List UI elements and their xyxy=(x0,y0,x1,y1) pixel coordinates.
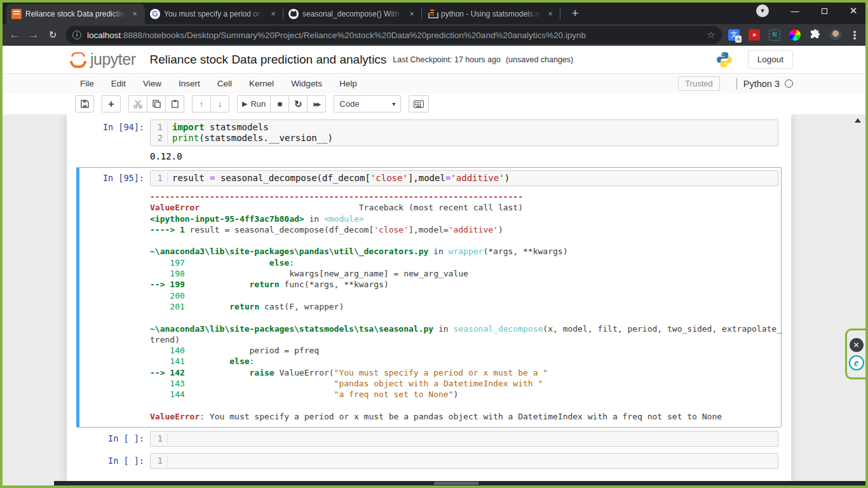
bookmark-star-icon[interactable]: ☆ xyxy=(707,29,715,41)
jupyter-page: jupyter Reliance stock Data prediction a… xyxy=(3,46,865,485)
input-prompt: In [95]: xyxy=(82,170,150,186)
browser-menu-icon[interactable]: ••• xyxy=(850,30,859,40)
red-extension-icon[interactable]: » xyxy=(749,29,760,41)
widget-close-icon[interactable]: ✕ xyxy=(850,338,864,352)
code-cell[interactable]: In [ ]:1 xyxy=(76,428,782,450)
close-window-button[interactable]: ✕ xyxy=(839,1,868,21)
menu-bar: FileEditViewInsertCellKernelWidgetsHelp … xyxy=(3,74,865,93)
menu-item-view[interactable]: View xyxy=(143,79,161,88)
browser-tab[interactable]: Reliance stock Data prediction an× xyxy=(6,4,145,24)
line-number: 1 xyxy=(151,173,168,184)
copy-cell-button[interactable] xyxy=(147,95,166,112)
colorwheel-extension-icon[interactable] xyxy=(789,29,801,41)
tab-title: You must specify a period or x m xyxy=(164,10,264,18)
n-extension-icon[interactable]: N xyxy=(769,29,780,41)
run-cell-button[interactable]: ▶Run xyxy=(237,95,271,112)
tab-close-icon[interactable]: × xyxy=(268,9,278,19)
stackoverflow-favicon xyxy=(427,9,437,19)
save-button[interactable] xyxy=(75,95,94,112)
kernel-name: Python 3 xyxy=(743,79,780,89)
cut-cell-button[interactable] xyxy=(128,95,147,112)
cell-output: ----------------------------------------… xyxy=(150,186,782,424)
extensions-puzzle-icon[interactable] xyxy=(810,29,821,41)
menu-item-kernel[interactable]: Kernel xyxy=(249,79,274,88)
github-favicon xyxy=(288,9,299,19)
cell-type-dropdown[interactable]: Code▾ xyxy=(334,95,401,112)
address-bar[interactable]: i localhost:8888/notebooks/Desktop/Summa… xyxy=(66,26,722,44)
jupyter-logo: jupyter xyxy=(69,50,136,69)
line-number: 1 xyxy=(151,122,168,133)
new-tab-button[interactable]: + xyxy=(567,6,583,20)
code-cell[interactable]: In [95]:1result = seasonal_decompose(df_… xyxy=(76,167,782,428)
site-info-icon[interactable]: i xyxy=(72,30,81,39)
menu-item-edit[interactable]: Edit xyxy=(111,79,126,88)
browser-tab[interactable]: GYou must specify a period or x m× xyxy=(145,4,283,24)
menu-item-widgets[interactable]: Widgets xyxy=(291,79,322,88)
jupyter-notebook-favicon xyxy=(11,9,22,19)
input-prompt: In [ ]: xyxy=(82,431,150,447)
forward-icon[interactable]: → xyxy=(24,29,43,41)
menu-item-insert[interactable]: Insert xyxy=(179,79,200,88)
tab-title: Reliance stock Data prediction an xyxy=(25,10,126,18)
code-input-area[interactable]: 1result = seasonal_decompose(df_decom['c… xyxy=(150,170,778,186)
kernel-idle-indicator-icon xyxy=(785,79,793,88)
interrupt-kernel-button[interactable]: ■ xyxy=(270,95,289,112)
code-line: result = seasonal_decompose(df_decom['cl… xyxy=(172,173,510,184)
widget-e-icon[interactable]: e xyxy=(849,355,864,370)
code-cell[interactable]: In [ ]:1 xyxy=(76,450,782,472)
add-cell-button[interactable]: + xyxy=(102,95,121,112)
back-icon[interactable]: ← xyxy=(5,29,24,41)
input-prompt: In [94]: xyxy=(82,119,150,146)
window-controls: ▼ — ✕ xyxy=(756,0,868,22)
python-logo-icon xyxy=(716,51,733,68)
move-cell-down-button[interactable]: ↓ xyxy=(210,95,229,112)
tab-close-icon[interactable]: × xyxy=(545,9,555,19)
logout-button[interactable]: Logout xyxy=(748,50,793,69)
tab-title: seasonal_decompose() With Kno xyxy=(302,10,403,18)
move-cell-up-button[interactable]: ↑ xyxy=(192,95,211,112)
minimize-button[interactable]: — xyxy=(780,1,810,21)
browser-toolbar: ← → ↻ i localhost:8888/notebooks/Desktop… xyxy=(0,24,868,46)
extensions-row: 文 » N ••• xyxy=(728,29,863,41)
tab-close-icon[interactable]: × xyxy=(130,9,140,19)
command-palette-button[interactable] xyxy=(409,95,429,112)
line-number: 1 xyxy=(151,456,168,466)
tab-close-icon[interactable]: × xyxy=(407,9,417,19)
screen: Reliance stock Data prediction an×GYou m… xyxy=(0,0,868,488)
capture-widget: ✕ e xyxy=(845,329,865,379)
trusted-badge: Trusted xyxy=(678,76,720,91)
menu-item-cell[interactable]: Cell xyxy=(217,79,232,88)
paste-cell-button[interactable] xyxy=(165,95,184,112)
notebook-body: In [94]:1import statsmodels2print(statsm… xyxy=(3,114,865,485)
restart-run-all-button[interactable]: ▶▶ xyxy=(307,95,326,112)
reload-icon[interactable]: ↻ xyxy=(43,29,62,41)
browser-tab-strip: Reliance stock Data prediction an×GYou m… xyxy=(0,0,868,24)
unsaved-status: (unsaved changes) xyxy=(506,55,573,64)
code-input-area[interactable]: 1 xyxy=(150,453,778,469)
restart-kernel-button[interactable]: ↻ xyxy=(288,95,308,112)
maximize-button[interactable] xyxy=(810,1,839,21)
horizontal-scrollbar-thumb[interactable] xyxy=(434,482,478,485)
menu-item-help[interactable]: Help xyxy=(339,79,357,88)
scroll-up-arrow[interactable] xyxy=(855,118,861,123)
translate-extension-icon[interactable]: 文 xyxy=(728,29,740,41)
notebook-container: In [94]:1import statsmodels2print(statsm… xyxy=(67,114,791,485)
google-favicon: G xyxy=(150,9,160,19)
error-traceback: ----------------------------------------… xyxy=(150,191,782,422)
jupyter-logo-icon xyxy=(69,50,88,69)
browser-tab[interactable]: python - Using statsmodels.seas× xyxy=(422,4,560,24)
url-text: localhost:8888/notebooks/Desktop/Summary… xyxy=(87,30,586,40)
notebook-title[interactable]: Reliance stock Data prediction and analy… xyxy=(150,53,387,67)
checkpoint-status: Last Checkpoint: 17 hours ago xyxy=(393,55,501,64)
profile-avatar[interactable] xyxy=(830,29,841,41)
browser-tab[interactable]: seasonal_decompose() With Kno× xyxy=(283,4,422,24)
tabs: Reliance stock Data prediction an×GYou m… xyxy=(6,4,560,24)
tab-search-button[interactable]: ▼ xyxy=(756,4,769,17)
input-prompt: In [ ]: xyxy=(82,453,150,469)
menu-item-file[interactable]: File xyxy=(80,79,94,88)
code-cell[interactable]: In [94]:1import statsmodels2print(statsm… xyxy=(76,116,782,167)
tab-title: python - Using statsmodels.seas xyxy=(441,10,541,18)
code-input-area[interactable]: 1import statsmodels2print(statsmodels.__… xyxy=(150,119,778,146)
code-input-area[interactable]: 1 xyxy=(150,431,778,447)
horizontal-scrollbar[interactable] xyxy=(54,481,865,485)
